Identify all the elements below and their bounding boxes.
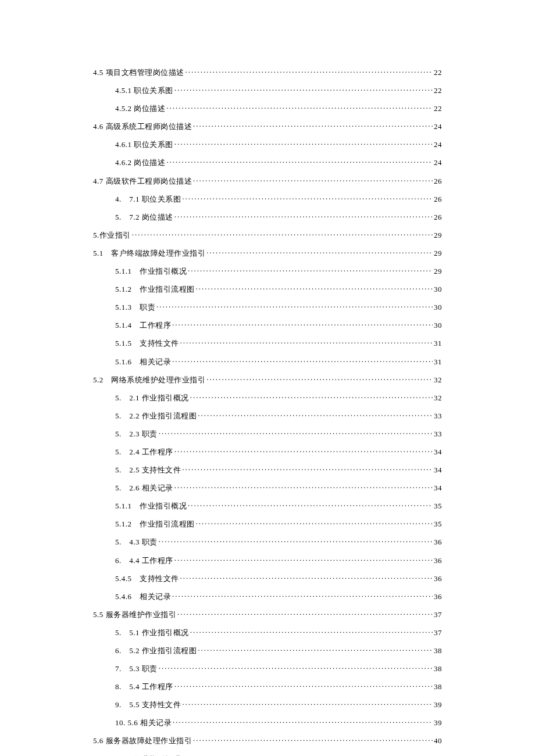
toc-row: 4. 7.1 职位关系图26 (93, 194, 442, 205)
toc-row: 4.5 项目文档管理岗位描述22 (93, 67, 442, 78)
toc-label: 5. 2.3 职责 (115, 429, 158, 439)
toc-label: 5. 2.4 工作程序 (115, 447, 173, 457)
toc-row: 4.5.1 职位关系图 22 (93, 85, 442, 96)
toc-label: 5.1.3 职责 (115, 302, 155, 313)
toc-leader-dots (172, 592, 433, 599)
toc-page-number: 29 (434, 267, 442, 276)
toc-page-number: 36 (434, 592, 442, 601)
toc-page-number: 26 (434, 213, 442, 222)
toc-row: 5. 2.2 作业指引流程图 33 (93, 411, 442, 421)
toc-label: 5.6 服务器故障处理作业指引 (93, 736, 192, 746)
toc-row: 5. 5.1 作业指引概况 37 (93, 628, 442, 638)
toc-row: 8. 5.4 工作程序 38 (93, 682, 442, 692)
toc-container: 4.5 项目文档管理岗位描述224.5.1 职位关系图 224.5.2 岗位描述… (93, 67, 442, 756)
toc-row: 5. 2.1 作业指引概况32 (93, 393, 442, 403)
toc-page-number: 33 (434, 429, 442, 439)
toc-page-number: 26 (434, 195, 442, 204)
toc-row: 5.1.3 职责30 (93, 302, 442, 313)
toc-page-number: 39 (434, 718, 442, 728)
toc-page-number: 31 (434, 357, 442, 367)
toc-leader-dots (188, 266, 433, 274)
toc-leader-dots (132, 230, 433, 238)
toc-page-number: 38 (434, 646, 442, 655)
toc-page-number: 24 (434, 140, 442, 149)
toc-leader-dots (174, 212, 433, 220)
toc-row: 6. 5.2 作业指引流程图 38 (93, 646, 442, 656)
toc-leader-dots (180, 338, 433, 346)
toc-leader-dots (166, 157, 433, 165)
toc-page-number: 36 (434, 538, 442, 547)
toc-label: 5. 2.6 相关记录 (115, 483, 173, 493)
toc-leader-dots (182, 754, 433, 756)
toc-row: 5.1.1 作业指引概况 35 (93, 501, 442, 511)
toc-label: 10. 5.6 相关记录 (115, 718, 172, 728)
toc-page-number: 26 (434, 177, 442, 186)
toc-page-number: 37 (434, 610, 442, 619)
toc-page-number: 37 (434, 628, 442, 637)
toc-page-number: 35 (434, 519, 442, 529)
toc-label: 6. 4.4 工作程序 (115, 556, 173, 566)
toc-row: 5.5 服务器维护作业指引37 (93, 610, 442, 620)
toc-row: 5. 4.3 职责 36 (93, 537, 442, 547)
toc-page-number: 34 (434, 447, 442, 457)
toc-label: 5.1.1 作业指引概况 (115, 501, 187, 511)
toc-label: 5.1.4 工作程序 (115, 320, 171, 331)
toc-page-number: 35 (434, 501, 442, 511)
toc-row: 5.4.6 相关记录36 (93, 592, 442, 602)
toc-row: 4.6.1 职位关系图 24 (93, 139, 442, 150)
toc-leader-dots (198, 411, 433, 418)
toc-page-number: 30 (434, 303, 442, 312)
toc-leader-dots (172, 320, 433, 328)
toc-label: 5.6.1 作业指引概况 (115, 754, 181, 756)
toc-leader-dots (188, 501, 433, 508)
toc-label: 7. 5.3 职责 (115, 664, 158, 674)
toc-row: 10. 5.6 相关记录 39 (93, 718, 442, 728)
toc-row: 4.6 高级系统工程师岗位描述24 (93, 121, 442, 132)
toc-row: 5.1.5 支持性文件31 (93, 338, 442, 349)
toc-leader-dots (193, 736, 433, 743)
toc-leader-dots (196, 284, 433, 292)
toc-page-number: 29 (434, 249, 442, 258)
toc-row: 5.1.1 作业指引概况29 (93, 266, 442, 277)
toc-label: 5.1.2 作业指引流程图 (115, 284, 195, 295)
toc-page-number: 32 (434, 393, 442, 403)
toc-label: 4.5.1 职位关系图 (115, 85, 173, 96)
toc-row: 5. 2.3 职责33 (93, 429, 442, 439)
toc-leader-dots (174, 447, 433, 454)
toc-leader-dots (172, 357, 433, 364)
toc-row: 4.7 高级软件工程师岗位描述26 (93, 176, 442, 187)
toc-leader-dots (159, 429, 433, 436)
toc-label: 4.6.2 岗位描述 (115, 157, 165, 168)
toc-label: 5.4.5 支持性文件 (115, 574, 179, 584)
toc-page-number: 39 (434, 700, 442, 710)
toc-row: 5.作业指引 29 (93, 230, 442, 241)
toc-leader-dots (174, 682, 433, 689)
toc-label: 4.5.2 岗位描述 (115, 103, 165, 114)
toc-leader-dots (180, 574, 433, 581)
toc-leader-dots (156, 302, 433, 310)
toc-leader-dots (193, 121, 433, 129)
toc-label: 5.2 网络系统维护处理作业指引 (93, 375, 205, 385)
toc-leader-dots (186, 67, 433, 75)
toc-row: 5.6 服务器故障处理作业指引40 (93, 736, 442, 746)
toc-label: 5. 2.1 作业指引概况 (115, 393, 189, 403)
toc-leader-dots (174, 139, 433, 147)
toc-label: 5.1.5 支持性文件 (115, 338, 179, 349)
toc-page-number: 34 (434, 483, 442, 493)
toc-label: 4.6 高级系统工程师岗位描述 (93, 121, 192, 132)
toc-page-number: 32 (434, 375, 442, 385)
toc-page-number: 22 (434, 104, 442, 113)
toc-row: 5. 2.6 相关记录 34 (93, 483, 442, 493)
toc-row: 5.6.1 作业指引概况 40 (93, 754, 442, 756)
toc-label: 5. 2.2 作业指引流程图 (115, 411, 197, 421)
toc-label: 8. 5.4 工作程序 (115, 682, 173, 692)
toc-leader-dots (193, 176, 433, 184)
toc-page-number: 24 (434, 158, 442, 167)
toc-row: 5.2 网络系统维护处理作业指引 32 (93, 375, 442, 385)
toc-label: 4. 7.1 职位关系图 (115, 194, 181, 205)
toc-leader-dots (182, 465, 433, 472)
toc-label: 4.5 项目文档管理岗位描述 (93, 67, 184, 78)
toc-row: 4.6.2 岗位描述 24 (93, 157, 442, 168)
toc-label: 9. 5.5 支持性文件 (115, 700, 181, 710)
toc-label: 6. 5.2 作业指引流程图 (115, 646, 197, 656)
